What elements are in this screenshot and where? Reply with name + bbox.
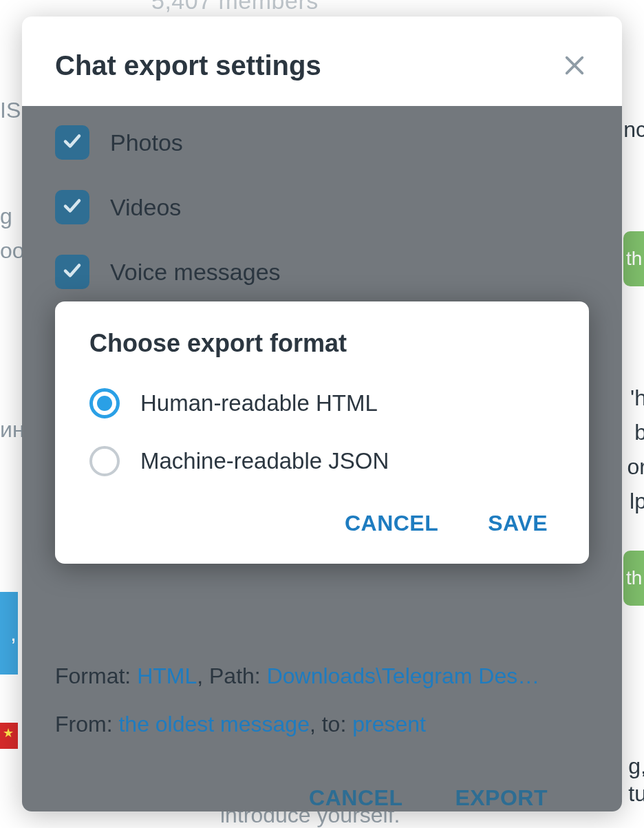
radio-option-html[interactable]: Human-readable HTML [89, 388, 555, 418]
dialog-body: Photos Videos Voice messages Format: HTM… [22, 106, 622, 811]
radio-option-json[interactable]: Machine-readable JSON [89, 446, 555, 476]
choose-export-format-popup: Choose export format Human-readable HTML… [55, 301, 589, 564]
checkbox-label: Videos [110, 194, 181, 221]
bg-flag-icon [0, 723, 18, 749]
chat-export-settings-dialog: Chat export settings Photos [22, 17, 622, 811]
bg-members-text: 5,407 members [151, 0, 319, 14]
checkbox-videos[interactable] [55, 190, 89, 224]
checkbox-photos[interactable] [55, 125, 89, 160]
bg-left-fragment: g [0, 204, 12, 229]
bg-blue-block: , [0, 592, 18, 675]
checkbox-voice-messages[interactable] [55, 255, 89, 289]
format-path-line: Format: HTML, Path: Downloads\Telegram D… [55, 662, 589, 691]
check-icon [62, 195, 83, 219]
checkbox-row-videos[interactable]: Videos [55, 190, 589, 224]
bg-right-fragment: lp [630, 489, 644, 514]
path-prefix: , Path: [197, 664, 266, 688]
bg-right-fragment: tu [628, 781, 644, 807]
bg-left-fragment: IS [0, 98, 21, 123]
check-icon [62, 131, 83, 154]
dialog-actions: CANCEL EXPORT [55, 758, 589, 811]
bg-green-chip: th [623, 551, 644, 606]
popup-title: Choose export format [89, 329, 555, 358]
checkbox-row-voice-messages[interactable]: Voice messages [55, 255, 589, 289]
format-link[interactable]: HTML [137, 664, 197, 688]
format-prefix: Format: [55, 664, 137, 688]
close-button[interactable] [559, 50, 590, 81]
radio-label: Machine-readable JSON [140, 448, 389, 474]
check-icon [62, 260, 83, 284]
bg-left-fragment: oo [0, 238, 25, 264]
to-link[interactable]: present [352, 712, 426, 736]
from-prefix: From: [55, 712, 118, 736]
bg-green-chip: th [623, 231, 644, 286]
dialog-header: Chat export settings [22, 17, 622, 106]
bg-right-fragment: g, [628, 754, 644, 779]
from-link[interactable]: the oldest message [118, 712, 310, 736]
popup-actions: CANCEL SAVE [89, 504, 555, 543]
bg-right-fragment: b [634, 420, 644, 445]
bg-right-fragment: nc [623, 117, 644, 142]
to-prefix: , to: [310, 712, 352, 736]
dialog-title: Chat export settings [55, 50, 321, 81]
radio-html[interactable] [89, 388, 120, 418]
radio-label: Human-readable HTML [140, 390, 378, 416]
popup-save-button[interactable]: SAVE [484, 504, 552, 543]
radio-json[interactable] [89, 446, 120, 476]
export-button[interactable]: EXPORT [451, 778, 552, 811]
checkbox-label: Photos [110, 129, 183, 156]
checkbox-row-photos[interactable]: Photos [55, 125, 589, 160]
bg-right-fragment: or [627, 454, 644, 480]
path-link[interactable]: Downloads\Telegram Des… [267, 664, 540, 688]
bg-right-fragment: 'h [630, 385, 644, 411]
checkbox-label: Voice messages [110, 259, 281, 286]
close-icon [563, 69, 586, 79]
cancel-button[interactable]: CANCEL [305, 778, 407, 811]
popup-cancel-button[interactable]: CANCEL [341, 504, 442, 543]
from-to-line: From: the oldest message, to: present [55, 710, 589, 739]
bg-left-fragment: ин [0, 417, 25, 443]
